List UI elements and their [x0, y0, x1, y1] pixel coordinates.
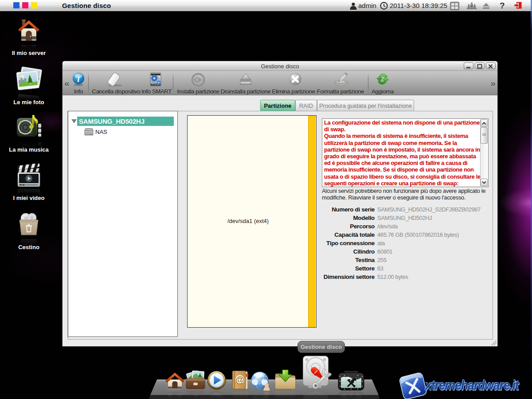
svg-text:@: @: [235, 375, 244, 384]
svg-text:i: i: [77, 74, 80, 84]
